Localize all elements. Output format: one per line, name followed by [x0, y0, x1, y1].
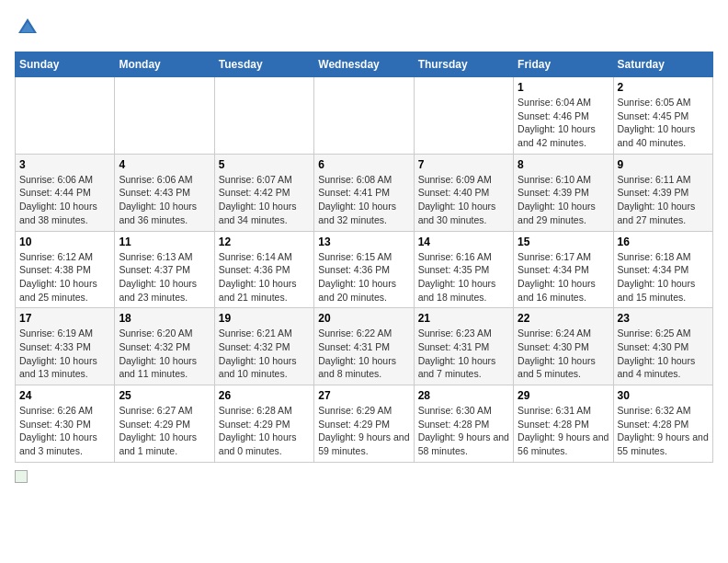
calendar-week-2: 10Sunrise: 6:12 AM Sunset: 4:38 PM Dayli… [16, 231, 713, 308]
weekday-header-saturday: Saturday [613, 52, 712, 77]
calendar-cell: 15Sunrise: 6:17 AM Sunset: 4:34 PM Dayli… [514, 231, 613, 308]
calendar-cell: 13Sunrise: 6:15 AM Sunset: 4:36 PM Dayli… [314, 231, 414, 308]
page-header [15, 15, 713, 40]
day-info: Sunrise: 6:04 AM Sunset: 4:46 PM Dayligh… [518, 96, 609, 150]
day-number: 29 [518, 389, 609, 402]
calendar-cell: 1Sunrise: 6:04 AM Sunset: 4:46 PM Daylig… [514, 77, 613, 155]
calendar-cell: 12Sunrise: 6:14 AM Sunset: 4:36 PM Dayli… [214, 231, 313, 308]
day-info: Sunrise: 6:23 AM Sunset: 4:31 PM Dayligh… [418, 327, 509, 381]
day-number: 16 [618, 236, 709, 248]
calendar-cell: 30Sunrise: 6:32 AM Sunset: 4:28 PM Dayli… [613, 385, 712, 463]
logo [15, 15, 44, 40]
day-number: 17 [19, 312, 110, 325]
calendar-cell: 2Sunrise: 6:05 AM Sunset: 4:45 PM Daylig… [613, 77, 712, 155]
day-info: Sunrise: 6:14 AM Sunset: 4:36 PM Dayligh… [219, 250, 310, 304]
weekday-header-sunday: Sunday [16, 52, 115, 77]
day-info: Sunrise: 6:16 AM Sunset: 4:35 PM Dayligh… [418, 250, 509, 304]
day-number: 23 [618, 312, 709, 325]
day-info: Sunrise: 6:20 AM Sunset: 4:32 PM Dayligh… [119, 327, 210, 381]
calendar-cell: 27Sunrise: 6:29 AM Sunset: 4:29 PM Dayli… [314, 385, 414, 463]
day-info: Sunrise: 6:09 AM Sunset: 4:40 PM Dayligh… [418, 173, 509, 227]
day-number: 27 [318, 389, 409, 402]
day-number: 5 [219, 158, 310, 171]
calendar-cell: 7Sunrise: 6:09 AM Sunset: 4:40 PM Daylig… [414, 154, 513, 231]
day-number: 3 [19, 158, 110, 171]
calendar-cell: 25Sunrise: 6:27 AM Sunset: 4:29 PM Dayli… [115, 385, 214, 463]
day-info: Sunrise: 6:12 AM Sunset: 4:38 PM Dayligh… [19, 250, 110, 304]
calendar-cell: 17Sunrise: 6:19 AM Sunset: 4:33 PM Dayli… [16, 308, 115, 385]
calendar-week-1: 3Sunrise: 6:06 AM Sunset: 4:44 PM Daylig… [16, 154, 713, 231]
day-number: 9 [618, 158, 709, 171]
day-number: 6 [318, 158, 409, 171]
weekday-header-tuesday: Tuesday [214, 52, 313, 77]
day-info: Sunrise: 6:19 AM Sunset: 4:33 PM Dayligh… [19, 327, 110, 381]
day-number: 30 [618, 389, 709, 402]
day-number: 14 [418, 236, 509, 248]
weekday-header-wednesday: Wednesday [314, 52, 414, 77]
calendar-header: SundayMondayTuesdayWednesdayThursdayFrid… [16, 52, 713, 77]
day-info: Sunrise: 6:11 AM Sunset: 4:39 PM Dayligh… [618, 173, 709, 227]
day-info: Sunrise: 6:32 AM Sunset: 4:28 PM Dayligh… [618, 404, 709, 458]
calendar-cell [314, 77, 414, 155]
day-info: Sunrise: 6:21 AM Sunset: 4:32 PM Dayligh… [219, 327, 310, 381]
calendar-cell [115, 77, 214, 155]
calendar-cell: 8Sunrise: 6:10 AM Sunset: 4:39 PM Daylig… [514, 154, 613, 231]
day-number: 11 [119, 236, 210, 248]
day-number: 15 [518, 236, 609, 248]
calendar-body: 1Sunrise: 6:04 AM Sunset: 4:46 PM Daylig… [16, 77, 713, 463]
day-info: Sunrise: 6:26 AM Sunset: 4:30 PM Dayligh… [19, 404, 110, 458]
day-info: Sunrise: 6:07 AM Sunset: 4:42 PM Dayligh… [219, 173, 310, 227]
calendar-cell: 5Sunrise: 6:07 AM Sunset: 4:42 PM Daylig… [214, 154, 313, 231]
logo-icon [15, 15, 40, 40]
calendar-cell: 20Sunrise: 6:22 AM Sunset: 4:31 PM Dayli… [314, 308, 414, 385]
day-number: 19 [219, 312, 310, 325]
day-info: Sunrise: 6:08 AM Sunset: 4:41 PM Dayligh… [318, 173, 409, 227]
calendar-week-3: 17Sunrise: 6:19 AM Sunset: 4:33 PM Dayli… [16, 308, 713, 385]
day-number: 2 [618, 81, 709, 94]
day-info: Sunrise: 6:29 AM Sunset: 4:29 PM Dayligh… [318, 404, 409, 458]
calendar-cell [414, 77, 513, 155]
calendar-cell: 28Sunrise: 6:30 AM Sunset: 4:28 PM Dayli… [414, 385, 513, 463]
day-number: 26 [219, 389, 310, 402]
day-number: 4 [119, 158, 210, 171]
calendar-cell: 18Sunrise: 6:20 AM Sunset: 4:32 PM Dayli… [115, 308, 214, 385]
weekday-header-thursday: Thursday [414, 52, 513, 77]
day-info: Sunrise: 6:28 AM Sunset: 4:29 PM Dayligh… [219, 404, 310, 458]
calendar-cell: 10Sunrise: 6:12 AM Sunset: 4:38 PM Dayli… [16, 231, 115, 308]
day-number: 8 [518, 158, 609, 171]
calendar-cell [16, 77, 115, 155]
calendar-cell [214, 77, 313, 155]
day-info: Sunrise: 6:31 AM Sunset: 4:28 PM Dayligh… [518, 404, 609, 458]
day-number: 24 [19, 389, 110, 402]
day-info: Sunrise: 6:22 AM Sunset: 4:31 PM Dayligh… [318, 327, 409, 381]
legend [15, 470, 713, 483]
calendar-cell: 24Sunrise: 6:26 AM Sunset: 4:30 PM Dayli… [16, 385, 115, 463]
weekday-header-monday: Monday [115, 52, 214, 77]
day-info: Sunrise: 6:24 AM Sunset: 4:30 PM Dayligh… [518, 327, 609, 381]
day-number: 10 [19, 236, 110, 248]
day-number: 28 [418, 389, 509, 402]
calendar-table: SundayMondayTuesdayWednesdayThursdayFrid… [15, 52, 713, 463]
day-number: 20 [318, 312, 409, 325]
calendar-cell: 16Sunrise: 6:18 AM Sunset: 4:34 PM Dayli… [613, 231, 712, 308]
weekday-header-friday: Friday [514, 52, 613, 77]
calendar-cell: 6Sunrise: 6:08 AM Sunset: 4:41 PM Daylig… [314, 154, 414, 231]
day-info: Sunrise: 6:05 AM Sunset: 4:45 PM Dayligh… [618, 96, 709, 150]
day-number: 22 [518, 312, 609, 325]
calendar-cell: 29Sunrise: 6:31 AM Sunset: 4:28 PM Dayli… [514, 385, 613, 463]
calendar-cell: 4Sunrise: 6:06 AM Sunset: 4:43 PM Daylig… [115, 154, 214, 231]
day-info: Sunrise: 6:10 AM Sunset: 4:39 PM Dayligh… [518, 173, 609, 227]
calendar-cell: 23Sunrise: 6:25 AM Sunset: 4:30 PM Dayli… [613, 308, 712, 385]
calendar-week-0: 1Sunrise: 6:04 AM Sunset: 4:46 PM Daylig… [16, 77, 713, 155]
weekday-row: SundayMondayTuesdayWednesdayThursdayFrid… [16, 52, 713, 77]
day-number: 12 [219, 236, 310, 248]
calendar-cell: 3Sunrise: 6:06 AM Sunset: 4:44 PM Daylig… [16, 154, 115, 231]
calendar-cell: 11Sunrise: 6:13 AM Sunset: 4:37 PM Dayli… [115, 231, 214, 308]
day-number: 13 [318, 236, 409, 248]
day-number: 25 [119, 389, 210, 402]
day-number: 21 [418, 312, 509, 325]
day-number: 18 [119, 312, 210, 325]
day-info: Sunrise: 6:17 AM Sunset: 4:34 PM Dayligh… [518, 250, 609, 304]
day-info: Sunrise: 6:13 AM Sunset: 4:37 PM Dayligh… [119, 250, 210, 304]
day-info: Sunrise: 6:30 AM Sunset: 4:28 PM Dayligh… [418, 404, 509, 458]
